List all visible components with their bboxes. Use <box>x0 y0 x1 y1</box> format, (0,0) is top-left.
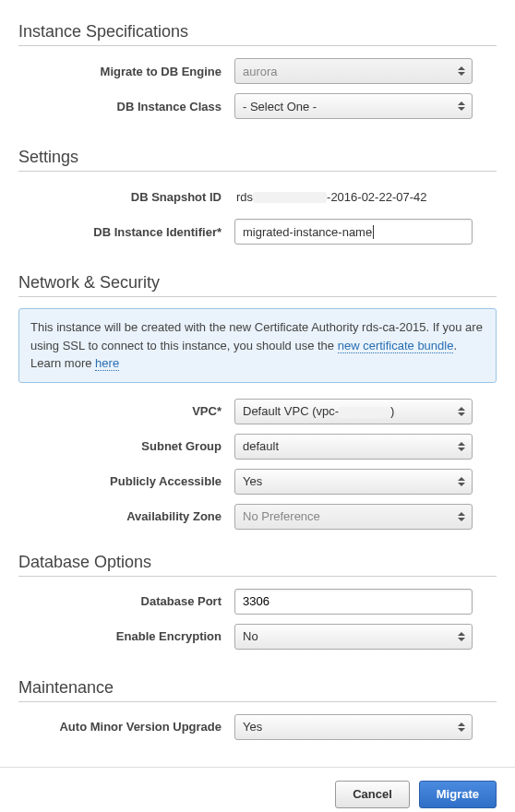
redacted-text <box>253 192 327 203</box>
section-title-network: Network & Security <box>18 273 497 293</box>
updown-icon <box>453 627 470 647</box>
footer: Cancel Migrate <box>0 767 515 813</box>
select-instance-class[interactable]: - Select One - <box>234 93 473 119</box>
select-availability-zone-value: No Preference <box>243 509 320 523</box>
divider <box>18 701 497 702</box>
select-publicly-accessible-value: Yes <box>243 474 262 488</box>
redacted-text <box>339 407 390 418</box>
link-learn-more[interactable]: here <box>95 356 119 371</box>
snapshot-suffix: -2016-02-22-07-42 <box>327 190 426 204</box>
section-title-db-options: Database Options <box>18 553 497 572</box>
select-instance-class-value: - Select One - <box>243 100 317 113</box>
divider <box>18 171 497 172</box>
select-db-engine-value: aurora <box>243 65 278 78</box>
input-instance-identifier[interactable]: migrated-instance-name <box>234 219 473 245</box>
updown-icon <box>453 96 470 116</box>
label-instance-class: DB Instance Class <box>18 100 234 113</box>
select-db-engine[interactable]: aurora <box>234 58 473 84</box>
label-database-port: Database Port <box>18 594 234 608</box>
label-db-engine: Migrate to DB Engine <box>18 65 234 78</box>
select-subnet-group[interactable]: default <box>234 434 473 460</box>
section-title-maintenance: Maintenance <box>18 678 497 698</box>
label-snapshot-id: DB Snapshot ID <box>18 190 234 204</box>
section-title-settings: Settings <box>18 148 497 167</box>
updown-icon <box>453 472 470 492</box>
select-vpc[interactable]: Default VPC (vpc-) <box>234 399 473 424</box>
select-auto-minor-upgrade[interactable]: Yes <box>234 714 473 740</box>
link-certificate-bundle[interactable]: new certificate bundle <box>338 339 454 353</box>
updown-icon <box>453 717 470 737</box>
updown-icon <box>453 61 470 81</box>
vpc-prefix: Default VPC (vpc- <box>243 404 339 418</box>
label-instance-identifier: DB Instance Identifier* <box>18 225 234 239</box>
divider <box>18 45 497 46</box>
input-instance-identifier-value: migrated-instance-name <box>243 225 372 239</box>
value-snapshot-id: rds-2016-02-22-07-42 <box>234 190 426 204</box>
divider <box>18 296 497 297</box>
label-auto-minor-upgrade: Auto Minor Version Upgrade <box>18 720 234 734</box>
select-subnet-group-value: default <box>243 439 279 453</box>
label-vpc: VPC* <box>18 404 234 418</box>
updown-icon <box>453 401 470 422</box>
label-subnet-group: Subnet Group <box>18 439 234 453</box>
info-box-certificate: This instance will be created with the n… <box>18 308 497 383</box>
select-availability-zone[interactable]: No Preference <box>234 504 473 530</box>
label-enable-encryption: Enable Encryption <box>18 629 234 643</box>
input-database-port[interactable] <box>234 589 473 615</box>
divider <box>18 576 497 577</box>
label-availability-zone: Availability Zone <box>18 509 234 523</box>
updown-icon <box>453 507 470 527</box>
snapshot-prefix: rds <box>236 190 253 204</box>
vpc-suffix: ) <box>390 404 394 418</box>
select-publicly-accessible[interactable]: Yes <box>234 469 473 495</box>
migrate-button[interactable]: Migrate <box>419 781 497 808</box>
select-auto-minor-upgrade-value: Yes <box>243 720 262 734</box>
select-vpc-value: Default VPC (vpc-) <box>243 404 394 418</box>
updown-icon <box>453 436 470 457</box>
label-publicly-accessible: Publicly Accessible <box>18 474 234 488</box>
section-title-instance-specs: Instance Specifications <box>18 22 497 42</box>
cancel-button[interactable]: Cancel <box>335 781 410 808</box>
select-enable-encryption-value: No <box>243 629 258 643</box>
select-enable-encryption[interactable]: No <box>234 624 473 650</box>
text-cursor <box>373 225 374 239</box>
